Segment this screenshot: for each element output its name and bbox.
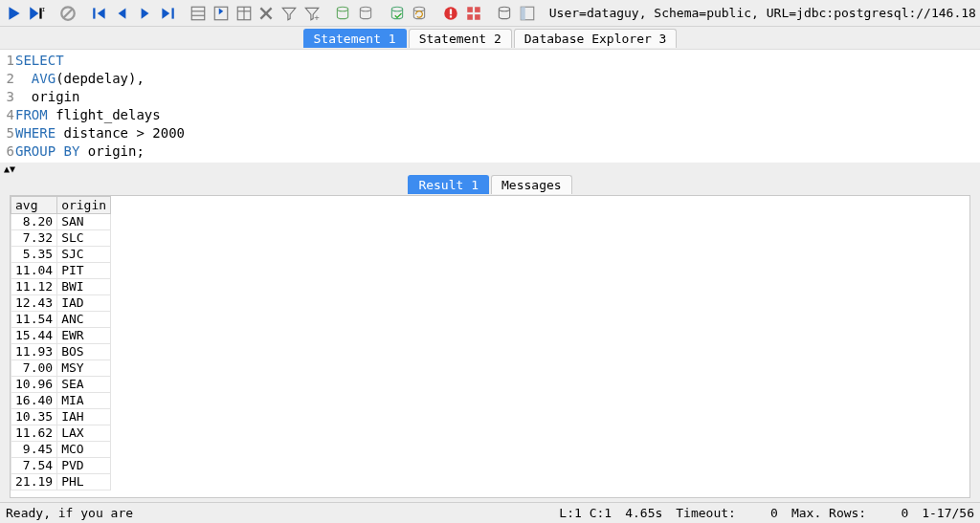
tab-statement-3[interactable]: Database Explorer 3 xyxy=(514,29,678,48)
run-cursor-icon[interactable]: I xyxy=(27,2,48,25)
grid-icon[interactable] xyxy=(189,2,210,25)
code-line[interactable]: SELECT xyxy=(15,52,980,70)
table-row[interactable]: 8.20SAN xyxy=(11,214,111,230)
table-icon[interactable] xyxy=(234,2,255,25)
db-console-icon[interactable] xyxy=(495,2,516,25)
table-row[interactable]: 11.93BOS xyxy=(11,344,111,360)
run-icon[interactable] xyxy=(4,2,25,25)
table-row[interactable]: 11.12BWI xyxy=(11,279,111,295)
status-timeout-label: Timeout: xyxy=(676,506,736,520)
prev-icon[interactable] xyxy=(112,2,133,25)
cell-origin[interactable]: PVD xyxy=(57,458,111,474)
svg-rect-4 xyxy=(93,8,95,18)
cell-origin[interactable]: PHL xyxy=(57,474,111,490)
cell-avg[interactable]: 10.96 xyxy=(11,377,57,393)
table-row[interactable]: 16.40MIA xyxy=(11,393,111,409)
db-save-icon[interactable] xyxy=(387,2,408,25)
table-row[interactable]: 11.54ANC xyxy=(11,312,111,328)
gutter-line: 1 xyxy=(0,52,15,70)
col-header-avg[interactable]: avg xyxy=(11,197,57,214)
db-open-icon[interactable] xyxy=(332,2,353,25)
cell-origin[interactable]: PIT xyxy=(57,263,111,279)
status-bar: Ready, if you are L:1 C:1 4.65s Timeout:… xyxy=(0,502,980,523)
status-timeout-value[interactable]: 0 xyxy=(749,506,778,520)
status-maxrows-value[interactable]: 0 xyxy=(880,506,908,520)
cell-origin[interactable]: IAH xyxy=(57,409,111,425)
db-icon[interactable] xyxy=(355,2,376,25)
code-line[interactable]: GROUP BY origin; xyxy=(15,142,980,161)
result-scroll[interactable]: avgorigin8.20SAN7.32SLC5.35SJC11.04PIT11… xyxy=(10,195,970,498)
cell-avg[interactable]: 11.62 xyxy=(11,425,57,442)
result-tab-2[interactable]: Messages xyxy=(491,175,572,194)
cell-avg[interactable]: 7.54 xyxy=(11,458,57,474)
cell-avg[interactable]: 8.20 xyxy=(11,214,57,230)
cell-avg[interactable]: 9.45 xyxy=(11,442,57,458)
cell-origin[interactable]: MIA xyxy=(57,393,111,409)
splitter-handle[interactable]: ▲▼ xyxy=(0,163,980,174)
cell-origin[interactable]: MSY xyxy=(57,360,111,377)
cell-origin[interactable]: LAX xyxy=(57,425,111,442)
cell-avg[interactable]: 10.35 xyxy=(11,409,57,425)
table-row[interactable]: 7.32SLC xyxy=(11,230,111,247)
insert-row-icon[interactable] xyxy=(211,2,232,25)
layout-icon[interactable] xyxy=(517,2,538,25)
tab-statement-1[interactable]: Statement 1 xyxy=(303,29,407,48)
table-row[interactable]: 11.62LAX xyxy=(11,425,111,442)
filter-add-icon[interactable]: + xyxy=(301,2,323,25)
cell-avg[interactable]: 16.40 xyxy=(11,393,57,409)
first-icon[interactable] xyxy=(89,2,110,25)
table-row[interactable]: 11.04PIT xyxy=(11,263,111,279)
table-row[interactable]: 7.54PVD xyxy=(11,458,111,474)
table-row[interactable]: 15.44EWR xyxy=(11,328,111,344)
cell-avg[interactable]: 7.32 xyxy=(11,230,57,247)
cell-avg[interactable]: 21.19 xyxy=(11,474,57,490)
table-row[interactable]: 12.43IAD xyxy=(11,295,111,312)
cell-origin[interactable]: EWR xyxy=(57,328,111,344)
svg-text:I: I xyxy=(42,6,45,11)
statement-tabs: Statement 1Statement 2Database Explorer … xyxy=(0,27,980,50)
sql-editor[interactable]: 1SELECT2 AVG(depdelay),3 origin4FROM fli… xyxy=(0,50,980,163)
cell-origin[interactable]: SEA xyxy=(57,377,111,393)
code-line[interactable]: origin xyxy=(15,88,980,106)
table-row[interactable]: 10.96SEA xyxy=(11,377,111,393)
svg-line-3 xyxy=(64,9,73,17)
gutter-line: 6 xyxy=(0,142,15,161)
cell-origin[interactable]: SJC xyxy=(57,247,111,263)
cell-avg[interactable]: 7.00 xyxy=(11,360,57,377)
table-row[interactable]: 5.35SJC xyxy=(11,247,111,263)
svg-rect-5 xyxy=(171,8,173,18)
cell-avg[interactable]: 5.35 xyxy=(11,247,57,263)
delete-icon[interactable] xyxy=(256,2,278,25)
cell-origin[interactable]: ANC xyxy=(57,312,111,328)
filter-icon[interactable] xyxy=(278,2,300,25)
cell-avg[interactable]: 11.12 xyxy=(11,279,57,295)
cell-avg[interactable]: 11.93 xyxy=(11,344,57,360)
svg-rect-6 xyxy=(192,7,206,20)
code-line[interactable]: FROM flight_delays xyxy=(15,106,980,124)
cell-origin[interactable]: IAD xyxy=(57,295,111,312)
code-line[interactable]: AVG(depdelay), xyxy=(15,70,980,88)
cell-avg[interactable]: 11.54 xyxy=(11,312,57,328)
cell-avg[interactable]: 11.04 xyxy=(11,263,57,279)
tab-statement-2[interactable]: Statement 2 xyxy=(409,29,512,48)
cell-avg[interactable]: 15.44 xyxy=(11,328,57,344)
table-row[interactable]: 10.35IAH xyxy=(11,409,111,425)
result-tab-1[interactable]: Result 1 xyxy=(408,175,489,194)
cell-origin[interactable]: SLC xyxy=(57,230,111,247)
cell-origin[interactable]: BWI xyxy=(57,279,111,295)
table-row[interactable]: 7.00MSY xyxy=(11,360,111,377)
cell-avg[interactable]: 12.43 xyxy=(11,295,57,312)
cell-origin[interactable]: MCO xyxy=(57,442,111,458)
last-icon[interactable] xyxy=(157,2,178,25)
table-row[interactable]: 21.19PHL xyxy=(11,474,111,490)
db-refresh-icon[interactable] xyxy=(409,2,430,25)
alert-icon[interactable] xyxy=(440,2,461,25)
cell-origin[interactable]: BOS xyxy=(57,344,111,360)
next-icon[interactable] xyxy=(134,2,155,25)
cell-origin[interactable]: SAN xyxy=(57,214,111,230)
panes-icon[interactable] xyxy=(463,2,484,25)
gutter-line: 5 xyxy=(0,124,15,142)
table-row[interactable]: 9.45MCO xyxy=(11,442,111,458)
code-line[interactable]: WHERE distance > 2000 xyxy=(15,124,980,142)
col-header-origin[interactable]: origin xyxy=(57,197,111,214)
